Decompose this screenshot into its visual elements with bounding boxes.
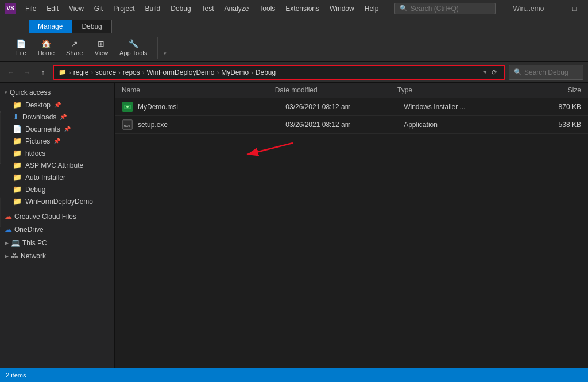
sidebar-item-pictures[interactable]: 📁 Pictures 📌: [0, 135, 114, 147]
file-search-input[interactable]: [524, 68, 576, 76]
menu-edit[interactable]: Edit: [42, 3, 63, 14]
sidebar-item-asp-mvc-label: ASP MVC Attribute: [25, 161, 83, 169]
menu-analyze[interactable]: Analyze: [220, 3, 254, 14]
menu-git[interactable]: Git: [90, 3, 107, 14]
menu-debug[interactable]: Debug: [166, 3, 195, 14]
address-bar-right: ▾ ⟳: [483, 67, 500, 78]
sidebar-item-documents[interactable]: 📄 Documents 📌: [0, 123, 114, 135]
window-title: Win...emo: [513, 5, 544, 13]
sidebar-item-htdocs[interactable]: 📁 htdocs: [0, 147, 114, 159]
server-explorer-tab[interactable]: Server Explorer: [0, 111, 1, 163]
sidebar-item-debug-label: Debug: [25, 186, 45, 194]
share-tab-icon: ↗: [70, 39, 79, 48]
network-chevron-icon: ▶: [5, 253, 9, 259]
asp-mvc-folder-icon: 📁: [13, 161, 22, 169]
sidebar-item-downloads-label: Downloads: [22, 113, 56, 121]
title-bar-left: VS File Edit View Git Project Build Debu…: [5, 3, 383, 14]
breadcrumb-repos[interactable]: repos: [123, 68, 140, 76]
title-search-icon: 🔍: [400, 5, 408, 12]
onedrive-header[interactable]: ☁ OneDrive: [0, 223, 114, 236]
breadcrumb-sep-2: ›: [118, 69, 121, 76]
this-pc-label: This PC: [22, 239, 47, 247]
htdocs-folder-icon: 📁: [13, 149, 22, 157]
view-tab-icon: ⊞: [96, 39, 106, 48]
title-bar-search-box[interactable]: 🔍: [394, 3, 496, 14]
ribbon-view-label: View: [94, 49, 108, 56]
exe-icon-shape: exe: [122, 119, 133, 130]
msi-icon-shape: [122, 102, 133, 112]
breadcrumb-sep-4: ›: [216, 69, 219, 76]
sidebar-item-downloads[interactable]: ⬇ Downloads 📌: [0, 111, 114, 123]
ribbon-view-btn[interactable]: ⊞ View: [90, 37, 113, 59]
tab-debug[interactable]: Debug: [72, 20, 111, 33]
documents-icon: 📄: [13, 125, 22, 133]
this-pc-header[interactable]: ▶ 💻 This PC: [0, 236, 114, 249]
onedrive-icon: ☁: [5, 225, 12, 234]
pictures-pin-icon: 📌: [53, 138, 60, 144]
file-name-mydemo-msi: MyDemo.msi: [138, 103, 285, 111]
title-search-input[interactable]: [410, 5, 490, 13]
menu-project[interactable]: Project: [109, 3, 139, 14]
menu-view[interactable]: View: [64, 3, 88, 14]
close-button[interactable]: ✕: [584, 3, 588, 14]
file-list-header: Name Date modified Type Size: [115, 83, 588, 98]
breadcrumb-debug[interactable]: Debug: [256, 68, 276, 76]
table-row[interactable]: MyDemo.msi 03/26/2021 08:12 am Windows I…: [115, 98, 588, 116]
menu-tools[interactable]: Tools: [254, 3, 280, 14]
address-refresh-icon[interactable]: ⟳: [489, 67, 500, 78]
ribbon-file-btn[interactable]: 📄 File: [11, 37, 31, 59]
minimize-button[interactable]: ─: [550, 3, 564, 14]
menu-test[interactable]: Test: [197, 3, 219, 14]
sidebar: ▾ Quick access 📁 Desktop 📌 ⬇ Downloads 📌…: [0, 83, 115, 368]
ribbon-apptools-btn[interactable]: 🔧 App Tools: [115, 37, 152, 59]
sidebar-item-documents-label: Documents: [25, 125, 60, 133]
breadcrumb-sep-5: ›: [251, 69, 253, 76]
menu-build[interactable]: Build: [141, 3, 165, 14]
downloads-pin-icon: 📌: [60, 114, 67, 120]
quick-access-header[interactable]: ▾ Quick access: [0, 86, 114, 99]
address-bar[interactable]: 📁 › regie › source › repos › WinFormDepl…: [53, 65, 505, 80]
address-chevron-icon[interactable]: ▾: [483, 68, 487, 76]
documents-pin-icon: 📌: [64, 126, 71, 132]
toolbox-tab[interactable]: Toolbox: [0, 198, 1, 227]
ribbon-apptools-label: App Tools: [119, 49, 147, 56]
quick-access-label: Quick access: [10, 88, 51, 97]
ribbon-share-label: Share: [66, 49, 83, 56]
tab-manage[interactable]: Manage: [29, 20, 72, 33]
sidebar-item-debug[interactable]: 📁 Debug: [0, 183, 114, 195]
nav-back-button[interactable]: ←: [5, 66, 17, 79]
file-search-box[interactable]: 🔍: [509, 65, 583, 80]
menu-window[interactable]: Window: [325, 3, 359, 14]
nav-forward-button[interactable]: →: [21, 66, 33, 79]
creative-cloud-header[interactable]: ☁ Creative Cloud Files: [0, 210, 114, 223]
sidebar-item-asp-mvc[interactable]: 📁 ASP MVC Attribute: [0, 159, 114, 171]
sidebar-item-desktop[interactable]: 📁 Desktop 📌: [0, 99, 114, 111]
menu-file[interactable]: File: [21, 3, 41, 14]
table-row[interactable]: exe setup.exe 03/26/2021 08:12 am Applic…: [115, 116, 588, 134]
network-label: Network: [21, 252, 46, 260]
status-bar: 2 items: [0, 368, 588, 382]
sidebar-item-winform[interactable]: 📁 WinFormDeployDemo: [0, 195, 114, 207]
breadcrumb-winformdeploy[interactable]: WinFormDeployDemo: [146, 68, 214, 76]
ribbon-share-btn[interactable]: ↗ Share: [61, 37, 87, 59]
file-tab-icon: 📄: [17, 39, 26, 48]
winform-folder-icon: 📁: [13, 197, 22, 206]
maximize-button[interactable]: □: [567, 3, 582, 14]
menu-extensions[interactable]: Extensions: [281, 3, 324, 14]
breadcrumb-regie[interactable]: regie: [74, 68, 89, 76]
breadcrumb-sep-1: ›: [91, 69, 93, 76]
nav-up-button[interactable]: ↑: [37, 66, 49, 79]
creative-cloud-icon: ☁: [5, 212, 12, 221]
ribbon-expand-btn[interactable]: ▾: [161, 39, 168, 56]
breadcrumb-source[interactable]: source: [95, 68, 116, 76]
menu-help[interactable]: Help: [360, 3, 384, 14]
pictures-folder-icon: 📁: [13, 137, 22, 145]
breadcrumb: 📁 › regie › source › repos › WinFormDepl…: [59, 68, 481, 76]
sidebar-item-htdocs-label: htdocs: [25, 149, 45, 157]
title-bar-menus: File Edit View Git Project Build Debug T…: [21, 3, 383, 14]
ribbon-home-btn[interactable]: 🏠 Home: [33, 37, 59, 59]
breadcrumb-mydemo[interactable]: MyDemo: [221, 68, 249, 76]
network-header[interactable]: ▶ 🖧 Network: [0, 249, 114, 263]
sidebar-item-auto-installer[interactable]: 📁 Auto Installer: [0, 171, 114, 183]
debug-folder-icon: 📁: [13, 185, 22, 194]
